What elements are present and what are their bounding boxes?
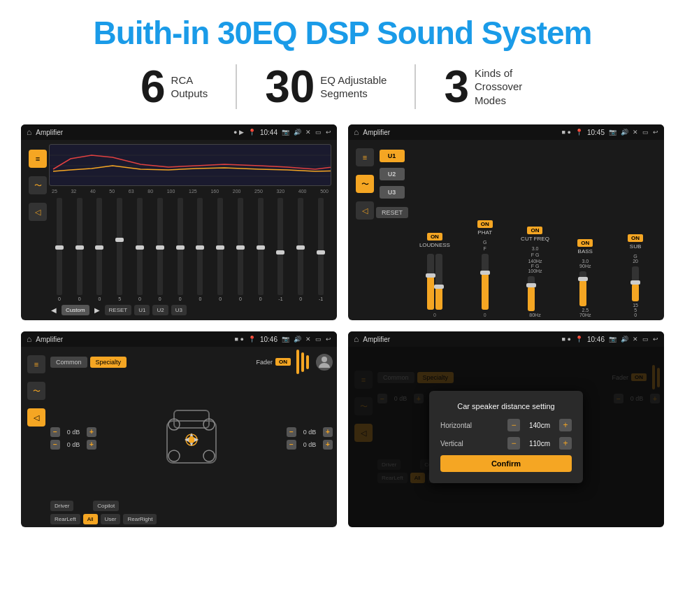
svg-text:▶: ▶ — [194, 436, 199, 443]
crossover-dot-icon: ■ ● — [562, 129, 571, 136]
eq-next-btn[interactable]: ▶ — [92, 304, 102, 316]
fader-db-val-0: 0 dB — [63, 429, 84, 436]
fader-slider-2[interactable] — [301, 352, 304, 372]
dialog-location-icon: 📍 — [575, 336, 583, 343]
fader-db-minus-1[interactable]: − — [50, 440, 60, 450]
fader-sb-speaker[interactable]: ◁ — [27, 408, 45, 427]
fader-person-icon[interactable] — [316, 354, 333, 371]
dialog-vertical-val: 110cm — [526, 440, 554, 447]
fader-rearleft-btn[interactable]: RearLeft — [50, 514, 80, 524]
confirm-button[interactable]: Confirm — [440, 455, 572, 472]
crossover-x-icon: ✕ — [633, 129, 638, 136]
eq-slider-9: 0 — [231, 196, 250, 301]
fader-user-btn[interactable]: User — [101, 514, 121, 524]
eq-home-icon[interactable]: ⌂ — [27, 127, 31, 137]
eq-sidebar: ≡ 〜 ◁ — [27, 144, 49, 316]
fader-rearright-btn[interactable]: RearRight — [123, 514, 157, 524]
eq-reset-btn[interactable]: RESET — [105, 305, 132, 315]
fader-back-icon[interactable]: ↩ — [326, 336, 331, 343]
fader-sb-filter[interactable]: ≡ — [27, 355, 45, 373]
eq-slider-10: 0 — [252, 196, 270, 301]
fader-location-icon: 📍 — [248, 336, 256, 343]
dialog-back-icon[interactable]: ↩ — [653, 336, 658, 343]
dialog-horizontal-minus[interactable]: − — [507, 419, 520, 431]
fader-slider-3[interactable] — [306, 355, 309, 369]
crossover-reset-btn[interactable]: RESET — [376, 207, 408, 218]
dialog-box: Car speaker distance setting Horizontal … — [429, 391, 583, 483]
fader-db-row-2: − 0 dB + — [287, 427, 333, 437]
dialog-horizontal-plus[interactable]: + — [559, 419, 572, 431]
crossover-col-bass: ON BASS 3.0 90Hz 2.5 — [562, 239, 608, 317]
fader-screen-card: ⌂ Amplifier ■ ● 📍 10:46 📷 🔊 ✕ ▭ ↩ ≡ 〜 ◁ — [21, 331, 337, 527]
crossover-sb-wave[interactable]: 〜 — [356, 175, 374, 193]
dialog-horizontal-row: Horizontal − 140cm + — [440, 419, 572, 431]
crossover-u1-btn[interactable]: U1 — [380, 150, 405, 162]
fader-all-btn[interactable]: All — [83, 514, 98, 524]
crossover-home-icon[interactable]: ⌂ — [354, 127, 359, 137]
eq-vol-icon: 🔊 — [294, 129, 301, 136]
stat-number-rca: 6 — [140, 64, 166, 109]
fader-top-bar: Common Specialty Fader ON — [50, 350, 333, 374]
eq-u2-btn[interactable]: U2 — [152, 305, 168, 315]
crossover-on-cutfreq[interactable]: ON — [527, 227, 542, 234]
fader-db-plus-1[interactable]: + — [87, 440, 96, 450]
eq-sidebar-filter-btn[interactable]: ≡ — [29, 150, 47, 168]
fader-home-icon[interactable]: ⌂ — [27, 334, 31, 344]
svg-point-3 — [322, 357, 327, 362]
dialog-vertical-plus[interactable]: + — [559, 437, 572, 450]
eq-screen-body: ≡ 〜 ◁ — [21, 140, 337, 320]
eq-prev-btn[interactable]: ◀ — [49, 304, 59, 316]
dialog-x-icon: ✕ — [633, 336, 638, 343]
crossover-sb-filter[interactable]: ≡ — [356, 148, 374, 166]
crossover-u2-btn[interactable]: U2 — [380, 168, 405, 180]
crossover-on-loudness[interactable]: ON — [427, 233, 442, 241]
fader-x-icon: ✕ — [305, 336, 311, 343]
fader-dbs-left: − 0 dB + − 0 dB + — [50, 378, 96, 498]
fader-db-minus-2[interactable]: − — [287, 427, 296, 437]
fader-status-bar: ⌂ Amplifier ■ ● 📍 10:46 📷 🔊 ✕ ▭ ↩ — [21, 331, 337, 347]
fader-copilot-btn[interactable]: Copilot — [93, 501, 119, 511]
fader-specialty-tab[interactable]: Specialty — [90, 357, 127, 368]
fader-label: Fader — [256, 359, 273, 366]
stat-number-crossover: 3 — [444, 64, 469, 109]
eq-sidebar-wave-btn[interactable]: 〜 — [29, 176, 47, 194]
fader-db-plus-3[interactable]: + — [323, 440, 333, 450]
crossover-on-phat[interactable]: ON — [477, 220, 493, 228]
fader-vol-icon: 🔊 — [294, 336, 301, 343]
fader-slider-group — [296, 350, 309, 374]
crossover-on-sub[interactable]: ON — [628, 234, 643, 242]
eq-custom-btn[interactable]: Custom — [62, 305, 89, 315]
eq-sidebar-speaker-btn[interactable]: ◁ — [29, 203, 47, 221]
fader-driver-btn[interactable]: Driver — [50, 501, 73, 511]
eq-u3-btn[interactable]: U3 — [171, 305, 187, 315]
fader-db-val-1: 0 dB — [63, 441, 84, 448]
crossover-on-bass[interactable]: ON — [577, 239, 593, 247]
eq-u1-btn[interactable]: U1 — [134, 305, 150, 315]
dialog-vertical-minus[interactable]: − — [507, 437, 520, 450]
fader-db-plus-2[interactable]: + — [323, 427, 333, 437]
crossover-sb-speaker[interactable]: ◁ — [356, 201, 374, 220]
stat-label-rca: RCAOutputs — [171, 73, 208, 101]
crossover-col-phat: ON PHAT G F 0 — [462, 220, 508, 317]
dialog-status-bar: ⌂ Amplifier ■ ● 📍 10:46 📷 🔊 ✕ ▭ ↩ — [348, 331, 664, 347]
crossover-content: ON LOUDNESS — [412, 143, 658, 317]
fader-slider-1[interactable] — [296, 350, 299, 374]
crossover-sidebar: ≡ 〜 ◁ — [354, 143, 376, 317]
dialog-box-title: Car speaker distance setting — [440, 402, 572, 410]
dialog-time: 10:46 — [587, 336, 605, 343]
crossover-back-icon[interactable]: ↩ — [653, 129, 658, 136]
crossover-u3-btn[interactable]: U3 — [380, 186, 405, 199]
fader-common-tab[interactable]: Common — [50, 357, 87, 368]
eq-freq-labels: 25 32 40 50 63 80 100 125 160 200 250 32… — [49, 189, 331, 194]
dialog-home-icon[interactable]: ⌂ — [354, 334, 359, 344]
crossover-sliders-row: ON LOUDNESS — [412, 143, 658, 317]
eq-back-icon[interactable]: ↩ — [326, 129, 331, 136]
fader-db-minus-3[interactable]: − — [287, 440, 296, 450]
dialog-horizontal-label: Horizontal — [440, 422, 502, 429]
fader-db-minus-0[interactable]: − — [50, 427, 60, 437]
dialog-title: Amplifier — [363, 336, 557, 343]
fader-sb-wave[interactable]: 〜 — [27, 382, 45, 400]
crossover-status-bar: ⌂ Amplifier ■ ● 📍 10:45 📷 🔊 ✕ ▭ ↩ — [348, 124, 664, 140]
fader-db-plus-0[interactable]: + — [87, 427, 96, 437]
fader-on-badge[interactable]: ON — [275, 358, 291, 366]
